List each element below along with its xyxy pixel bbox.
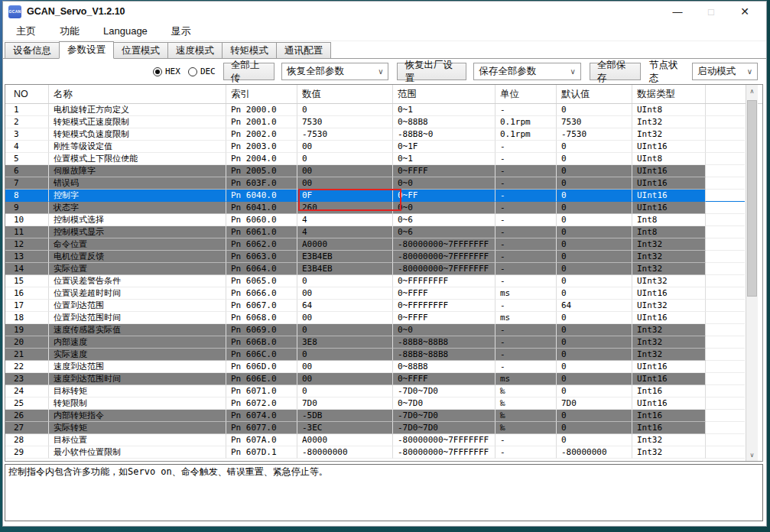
cell-name[interactable]: 错误码 xyxy=(49,177,226,190)
menu-function[interactable]: 功能 xyxy=(58,23,81,40)
cell-type[interactable]: UInt8 xyxy=(632,104,706,116)
table-row-29[interactable]: 29最小软件位置限制Pn 607D.1-80000000-80000000~7F… xyxy=(5,446,762,459)
cell-index[interactable]: Pn 603F.0 xyxy=(226,177,297,190)
cell-index[interactable]: Pn 2004.0 xyxy=(226,153,297,165)
cell-index[interactable]: Pn 607A.0 xyxy=(226,434,297,446)
cell-unit[interactable]: - xyxy=(495,202,557,214)
table-row-13[interactable]: 13电机位置反馈Pn 6063.0E3B4EB-80000000~7FFFFFF… xyxy=(5,251,762,263)
cell-unit[interactable]: - xyxy=(495,251,557,263)
cell-default[interactable]: 0 xyxy=(557,324,632,336)
cell-index[interactable]: Pn 6074.0 xyxy=(226,410,297,422)
cell-default[interactable]: 0 xyxy=(557,361,632,373)
cell-value[interactable]: -5DB xyxy=(297,410,393,422)
cell-value[interactable]: 7530 xyxy=(297,116,393,128)
column-header-default[interactable]: 默认值 xyxy=(557,85,632,103)
cell-range[interactable]: -80000000~7FFFFFFF xyxy=(393,446,495,459)
cell-type[interactable]: UInt16 xyxy=(632,373,706,385)
cell-name[interactable]: 内部速度 xyxy=(49,336,226,349)
cell-type[interactable]: UInt32 xyxy=(632,275,706,287)
cell-type[interactable]: Int32 xyxy=(632,263,706,275)
table-row-11[interactable]: 11控制模式显示Pn 6061.040~6-0Int8 xyxy=(5,226,762,238)
tab-speed-mode[interactable]: 速度模式 xyxy=(167,42,223,58)
cell-index[interactable]: Pn 6063.0 xyxy=(226,251,297,263)
table-row-5[interactable]: 5位置模式上下限位使能Pn 2004.000~1-0UInt8 xyxy=(5,153,762,165)
cell-no[interactable]: 5 xyxy=(5,153,49,165)
cell-unit[interactable]: - xyxy=(495,434,557,446)
cell-index[interactable]: Pn 2003.0 xyxy=(226,141,297,153)
cell-value[interactable]: 3E8 xyxy=(297,336,393,349)
cell-no[interactable]: 25 xyxy=(5,397,49,410)
cell-unit[interactable]: - xyxy=(495,141,557,153)
cell-index[interactable]: Pn 2002.0 xyxy=(226,128,297,141)
cell-default[interactable]: 0 xyxy=(557,410,632,422)
scroll-up-icon[interactable]: ∧ xyxy=(746,85,758,97)
cell-range[interactable]: 0~FFFF xyxy=(393,312,495,324)
tab-torque-mode[interactable]: 转矩模式 xyxy=(222,42,277,58)
table-row-15[interactable]: 15位置误差警告条件Pn 6065.000~FFFFFFFF-0UInt32 xyxy=(5,275,762,287)
cell-value[interactable]: 0 xyxy=(297,385,393,397)
table-row-24[interactable]: 24目标转矩Pn 6071.00-7D0~7D0‰0Int16 xyxy=(5,385,762,397)
cell-range[interactable]: 0~FFFF xyxy=(393,165,495,177)
cell-range[interactable]: -7D0~7D0 xyxy=(393,422,495,434)
cell-no[interactable]: 8 xyxy=(5,190,49,202)
cell-value[interactable]: 00 xyxy=(297,141,393,153)
cell-default[interactable]: 0 xyxy=(557,141,632,153)
cell-unit[interactable]: 0.1rpm xyxy=(495,116,557,128)
cell-value[interactable]: E3B4EB xyxy=(297,251,393,263)
cell-unit[interactable]: - xyxy=(495,165,557,177)
cell-default[interactable]: 0 xyxy=(557,202,632,214)
table-row-23[interactable]: 23速度到达范围时间Pn 606E.0000~FFFFms0UInt16 xyxy=(5,373,762,385)
cell-unit[interactable]: ms xyxy=(495,287,557,300)
cell-index[interactable]: Pn 6071.0 xyxy=(226,385,297,397)
cell-name[interactable]: 位置到达范围 xyxy=(49,300,226,312)
table-row-18[interactable]: 18位置到达范围时间Pn 6068.0000~FFFFms0UInt16 xyxy=(5,312,762,324)
cell-name[interactable]: 位置误差警告条件 xyxy=(49,275,226,287)
cell-name[interactable]: 实际速度 xyxy=(49,349,226,361)
cell-unit[interactable]: - xyxy=(495,446,557,459)
cell-name[interactable]: 位置误差超时时间 xyxy=(49,287,226,300)
cell-unit[interactable]: ‰ xyxy=(495,397,557,410)
cell-type[interactable]: UInt16 xyxy=(632,141,706,153)
restore-all-params-dropdown[interactable]: 恢复全部参数 ∨ xyxy=(281,63,389,80)
cell-value[interactable]: -3EC xyxy=(297,422,393,434)
cell-no[interactable]: 29 xyxy=(5,446,49,459)
cell-value[interactable]: 64 xyxy=(297,300,393,312)
cell-value[interactable]: 00 xyxy=(297,177,393,190)
cell-default[interactable]: 7D0 xyxy=(557,397,632,410)
cell-value[interactable]: 00 xyxy=(297,361,393,373)
cell-no[interactable]: 2 xyxy=(5,116,49,128)
cell-value[interactable]: 4 xyxy=(297,214,393,226)
cell-type[interactable]: Int8 xyxy=(632,214,706,226)
cell-index[interactable]: Pn 6067.0 xyxy=(226,300,297,312)
cell-type[interactable]: UInt16 xyxy=(632,287,706,300)
cell-type[interactable]: Int32 xyxy=(632,336,706,349)
column-header-range[interactable]: 范围 xyxy=(393,85,495,103)
cell-type[interactable]: UInt32 xyxy=(632,300,706,312)
cell-index[interactable]: Pn 6041.0 xyxy=(226,202,297,214)
cell-type[interactable]: UInt16 xyxy=(632,361,706,373)
cell-index[interactable]: Pn 606D.0 xyxy=(226,361,297,373)
cell-index[interactable]: Pn 6040.0 xyxy=(226,190,297,202)
cell-default[interactable]: 0 xyxy=(557,251,632,263)
cell-value[interactable]: 260 xyxy=(297,202,393,214)
cell-no[interactable]: 14 xyxy=(5,263,49,275)
cell-default[interactable]: 0 xyxy=(557,153,632,165)
cell-default[interactable]: 64 xyxy=(557,300,632,312)
tab-device-info[interactable]: 设备信息 xyxy=(5,42,60,58)
cell-range[interactable]: 0~0 xyxy=(393,324,495,336)
tab-comm-config[interactable]: 通讯配置 xyxy=(276,42,331,58)
cell-default[interactable]: 0 xyxy=(557,177,632,190)
hex-radio[interactable]: HEX xyxy=(153,66,180,76)
cell-name[interactable]: 速度到达范围 xyxy=(49,361,226,373)
minimize-button[interactable]: — xyxy=(661,2,694,21)
table-row-19[interactable]: 19速度传感器实际值Pn 6069.000~0-0Int32 xyxy=(5,324,762,336)
node-status-dropdown[interactable]: 启动模式 ∨ xyxy=(692,63,758,80)
cell-default[interactable]: 0 xyxy=(557,312,632,324)
cell-default[interactable]: 0 xyxy=(557,422,632,434)
cell-range[interactable]: -80000000~7FFFFFFF xyxy=(393,434,495,446)
cell-type[interactable]: Int32 xyxy=(632,446,706,459)
table-row-6[interactable]: 6伺服故障字Pn 2005.0000~FFFF-0UInt16 xyxy=(5,165,762,177)
cell-value[interactable]: 00 xyxy=(297,312,393,324)
table-row-25[interactable]: 25转矩限制Pn 6072.07D00~7D0‰7D0UInt16 xyxy=(5,397,762,410)
cell-range[interactable]: 0~88B8 xyxy=(393,116,495,128)
